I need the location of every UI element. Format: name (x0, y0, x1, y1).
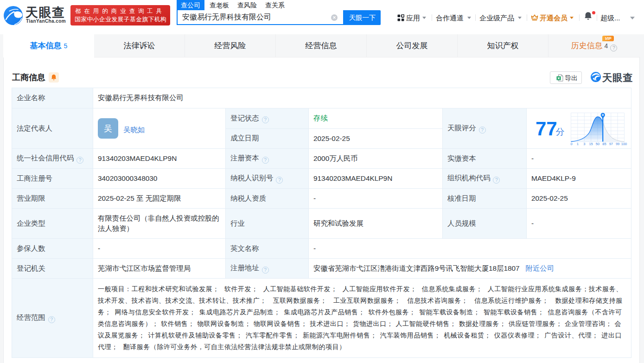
svg-text:85: 85 (602, 142, 606, 146)
svg-text:15: 15 (589, 142, 593, 146)
svg-text:0: 0 (570, 142, 572, 146)
svg-text:3: 3 (583, 142, 585, 146)
svg-text:50: 50 (596, 142, 599, 146)
svg-text:97: 97 (609, 142, 613, 146)
svg-text:1: 1 (577, 142, 579, 146)
svg-text:100: 100 (621, 142, 627, 146)
svg-text:99: 99 (616, 142, 619, 146)
